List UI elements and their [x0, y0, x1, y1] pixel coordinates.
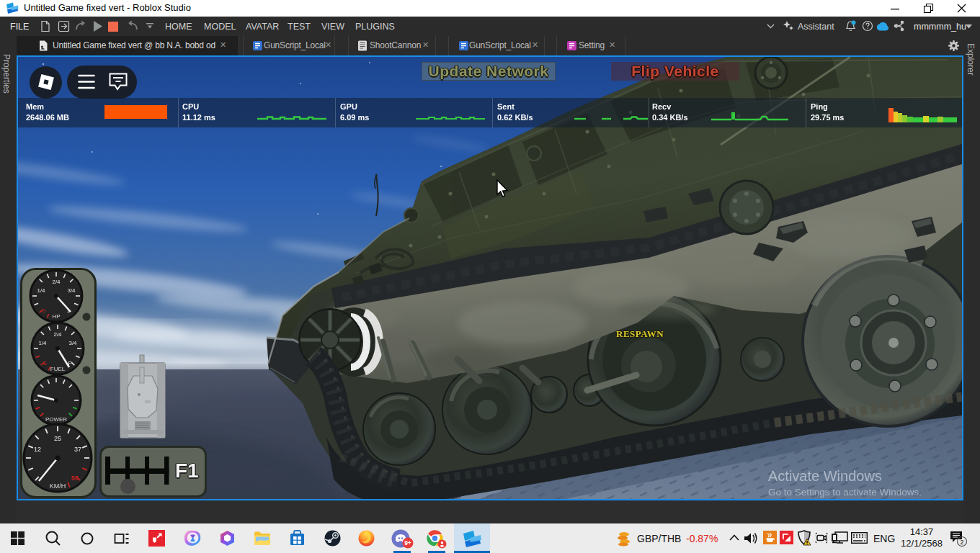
svg-text:3/4: 3/4: [67, 287, 76, 294]
svg-text:FUEL: FUEL: [50, 366, 66, 372]
svg-text:0: 0: [43, 307, 46, 314]
svg-text:KM/H: KM/H: [50, 482, 66, 490]
svg-text:1/4: 1/4: [38, 340, 47, 346]
svg-text:12: 12: [34, 446, 41, 453]
svg-text:2: 2: [960, 539, 963, 546]
svg-text:HP: HP: [52, 313, 60, 320]
svg-text:E: E: [43, 360, 47, 367]
svg-text:3/4: 3/4: [68, 340, 77, 346]
svg-text:1/4: 1/4: [37, 287, 45, 294]
svg-text:50: 50: [71, 475, 79, 482]
svg-text:POWER: POWER: [45, 416, 67, 423]
svg-text:2/4: 2/4: [53, 331, 62, 338]
svg-text:25: 25: [54, 435, 61, 442]
svg-text:2/4: 2/4: [52, 279, 61, 285]
svg-text:9+: 9+: [404, 539, 411, 547]
svg-text:37: 37: [74, 446, 81, 453]
